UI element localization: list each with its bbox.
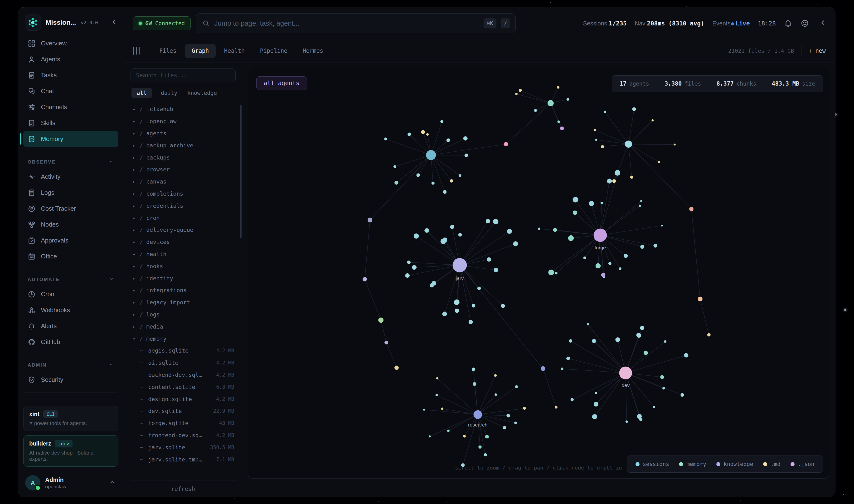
chevron-down-icon[interactable]: [108, 159, 114, 165]
graph-node-pink[interactable]: [504, 142, 508, 146]
chevron-up-icon[interactable]: [109, 479, 116, 487]
graph-node[interactable]: [487, 257, 491, 262]
filter-pill-all[interactable]: all: [131, 88, 152, 98]
tab-pipeline[interactable]: Pipeline: [253, 44, 294, 58]
chevron-down-icon[interactable]: [108, 276, 114, 283]
graph-node[interactable]: [607, 179, 612, 183]
graph-node[interactable]: [653, 406, 655, 408]
graph-node[interactable]: [450, 179, 453, 183]
graph-node-lav1[interactable]: [363, 277, 367, 282]
sidebar-item-office[interactable]: Office: [23, 249, 119, 264]
graph-node[interactable]: [592, 339, 596, 343]
tree-folder[interactable]: ▸/canvas: [130, 176, 236, 188]
graph-node[interactable]: [459, 174, 461, 177]
graph-node[interactable]: [654, 244, 657, 248]
tree-folder[interactable]: ▸/backups: [130, 151, 236, 164]
graph-hub-hubA3[interactable]: [625, 141, 632, 148]
graph-node[interactable]: [612, 179, 616, 183]
tree-folder[interactable]: ▸/hooks: [130, 260, 236, 272]
graph-node[interactable]: [394, 165, 396, 168]
graph-node[interactable]: [424, 228, 429, 233]
graph-node[interactable]: [594, 402, 598, 407]
graph-node[interactable]: [595, 139, 597, 141]
graph-hub-research[interactable]: [473, 410, 482, 419]
tree-scrollbar[interactable]: [240, 105, 241, 238]
graph-node[interactable]: [548, 270, 554, 275]
tree-file[interactable]: ~backend-dev.sql…4.2 MB: [130, 369, 236, 381]
graph-node[interactable]: [443, 190, 447, 194]
graph-node[interactable]: [570, 398, 574, 401]
tree-folder[interactable]: ▸/.clawhub: [130, 103, 236, 115]
graph-node-salmon[interactable]: [689, 207, 693, 211]
sidebar-item-cron[interactable]: Cron: [23, 286, 119, 302]
graph-node[interactable]: [555, 272, 558, 274]
graph-node[interactable]: [523, 407, 526, 410]
graph-node[interactable]: [405, 273, 410, 278]
graph-node[interactable]: [595, 392, 597, 394]
graph-node[interactable]: [658, 161, 660, 163]
tree-file[interactable]: ~forge.sqlite43 MB: [130, 417, 236, 429]
graph-node[interactable]: [589, 201, 594, 206]
tree-file[interactable]: ~aegis.sqlite4.2 MB: [130, 345, 236, 357]
sidebar-item-skills[interactable]: Skills: [23, 115, 119, 131]
graph-node[interactable]: [484, 453, 487, 456]
graph-node[interactable]: [442, 312, 447, 317]
graph-node[interactable]: [506, 414, 510, 417]
tree-file[interactable]: ~dev.sqlite22.9 MB: [130, 405, 236, 417]
tree-folder[interactable]: ▸/logs: [130, 309, 236, 321]
graph-node[interactable]: [450, 225, 454, 229]
graph-node[interactable]: [604, 111, 606, 113]
graph-node[interactable]: [640, 245, 644, 249]
tree-folder[interactable]: ▸/completions: [130, 188, 236, 200]
graph-node[interactable]: [615, 170, 620, 176]
graph-node[interactable]: [592, 414, 597, 419]
tree-folder[interactable]: ▸/integrations: [130, 284, 236, 296]
graph-node[interactable]: [608, 262, 612, 265]
sidebar-item-security[interactable]: Security: [23, 372, 119, 388]
graph-node[interactable]: [493, 219, 498, 224]
tab-graph[interactable]: Graph: [185, 44, 215, 58]
tree-folder[interactable]: ▸/.openclaw: [130, 115, 236, 127]
sidebar-item-cost-tracker[interactable]: Cost Tracker: [23, 201, 119, 217]
graph-node[interactable]: [587, 323, 589, 325]
graph-node[interactable]: [625, 420, 628, 423]
graph-node[interactable]: [569, 339, 572, 343]
graph-node[interactable]: [473, 382, 476, 385]
graph-node-purple2[interactable]: [601, 273, 605, 277]
columns-layout-icon[interactable]: [133, 47, 140, 55]
graph-node[interactable]: [414, 233, 419, 239]
tree-folder[interactable]: ▸/devices: [130, 236, 236, 248]
global-search[interactable]: ⌘K /: [196, 13, 516, 33]
graph-node[interactable]: [662, 387, 665, 390]
tree-folder[interactable]: ▸/credentials: [130, 200, 236, 212]
file-search-input[interactable]: [135, 72, 231, 79]
sidebar-item-github[interactable]: GitHub: [23, 334, 119, 350]
tree-file[interactable]: ~design.sqlite4.2 MB: [130, 393, 236, 405]
graph-hub-jarv[interactable]: [453, 258, 467, 272]
graph-node[interactable]: [469, 320, 473, 324]
tree-folder[interactable]: ▸/identity: [130, 272, 236, 284]
graph-node[interactable]: [566, 357, 570, 360]
graph-node-y3[interactable]: [395, 366, 399, 370]
graph-node[interactable]: [486, 219, 490, 223]
right-panel-collapse-icon[interactable]: [819, 19, 826, 28]
sidebar-item-approvals[interactable]: Approvals: [23, 233, 119, 249]
graph-node[interactable]: [426, 133, 429, 136]
tree-file[interactable]: ~ai.sqlite4.2 MB: [130, 357, 236, 369]
graph-node[interactable]: [632, 107, 636, 111]
graph-node[interactable]: [652, 119, 654, 122]
filter-pill-knowledge[interactable]: knowledge: [186, 88, 218, 98]
tree-file[interactable]: ~jarv.sqlite350.5 MB: [130, 441, 236, 453]
graph-node-y2[interactable]: [594, 129, 596, 131]
user-menu[interactable]: A Admin openclaw: [23, 471, 119, 491]
graph-node[interactable]: [561, 367, 563, 370]
graph-node[interactable]: [601, 202, 603, 204]
notifications-bell-icon[interactable]: [784, 19, 793, 28]
file-search[interactable]: [130, 69, 236, 82]
graph-node[interactable]: [640, 326, 644, 330]
graph-node[interactable]: [501, 304, 505, 308]
graph-node-purple[interactable]: [560, 126, 564, 130]
feedback-smiley-icon[interactable]: [800, 19, 809, 28]
graph-hub-hubA[interactable]: [426, 150, 436, 160]
graph-node-y4[interactable]: [555, 406, 558, 409]
